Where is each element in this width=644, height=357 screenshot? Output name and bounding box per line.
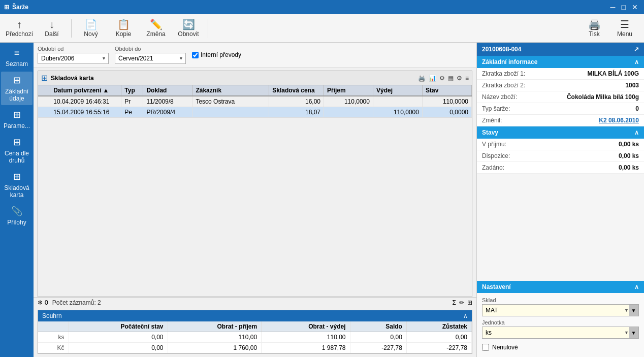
- toolbar-separator-1: [71, 19, 72, 38]
- sidebar-item-prilohy[interactable]: 📎 Přílohy: [1, 203, 33, 229]
- prilohy-icon: 📎: [11, 206, 22, 217]
- minimize-button[interactable]: ─: [608, 3, 618, 11]
- sklad-label: Sklad: [482, 297, 639, 303]
- table-row[interactable]: 15.04.2009 16:55:16 Pe PR/2009/4 18,07 1…: [38, 107, 472, 118]
- new-icon: 📄: [85, 19, 98, 29]
- nenulove-row: Nenulové: [482, 342, 639, 353]
- table-header-bar: ⊞ Skladová karta 🖨️ 📊 ⚙ ▦ ⚙ ≡: [38, 71, 472, 85]
- cena-icon: ⊞: [13, 137, 21, 148]
- panel-section-zakladni-title: Základní informace: [482, 58, 537, 66]
- status-edit-icon[interactable]: ✏: [459, 299, 464, 306]
- row-datum: 15.04.2009 16:55:16: [50, 107, 121, 118]
- panel-section-stavy-header[interactable]: Stavy ∧: [477, 126, 644, 139]
- copy-button[interactable]: 📋 Kopie: [108, 16, 139, 41]
- sklad-select[interactable]: MAT: [482, 304, 639, 316]
- nenulove-checkbox[interactable]: [482, 344, 489, 351]
- sidebar-item-cena[interactable]: ⊞ Cena dle druhů: [1, 134, 33, 167]
- sidebar-item-skladova[interactable]: ⊞ Skladová karta: [1, 168, 33, 202]
- sidebar-item-seznam[interactable]: ≡ Seznam: [1, 45, 33, 71]
- filter-bar: Období od Duben/2006 Období do Červen/20…: [34, 43, 476, 68]
- title-bar: ⊞ Šarže ─ □ ✕: [0, 0, 644, 14]
- next-button[interactable]: ↓ Další: [37, 16, 67, 41]
- summary-header[interactable]: Souhrn ∧: [38, 310, 472, 321]
- summary-col-pocatecni: Počáteční stav: [69, 321, 168, 332]
- col-header-vydej[interactable]: Výdej: [373, 85, 422, 96]
- col-header-prijem[interactable]: Příjem: [324, 85, 373, 96]
- panel-row-dispozice: Dispozice: 0,00 ks: [477, 150, 644, 162]
- table-bar-icon[interactable]: ▦: [448, 75, 454, 82]
- change-button[interactable]: ✏️ Změna: [141, 16, 171, 41]
- status-grid-icon[interactable]: ⊞: [467, 299, 472, 306]
- table-print-icon[interactable]: 🖨️: [418, 75, 426, 82]
- panel-section-nastaveni-title: Nastavení: [482, 283, 511, 290]
- status-sum-icon[interactable]: Σ: [453, 299, 456, 306]
- nazev-label: Název zboží:: [482, 93, 517, 101]
- summary-zustatek-kc: -227,78: [406, 343, 471, 353]
- col-header-typ[interactable]: Typ: [121, 85, 143, 96]
- maximize-button[interactable]: □: [620, 3, 628, 11]
- status-filter-icon[interactable]: ❄: [38, 299, 43, 306]
- panel-section-zakladni-header[interactable]: Základní informace ∧: [477, 56, 644, 68]
- table-settings2-icon[interactable]: ⚙: [439, 75, 445, 82]
- summary-header-row: Počáteční stav Obrat - příjem Obrat - vý…: [38, 321, 472, 332]
- jednotka-label: Jednotka: [482, 319, 639, 326]
- status-bar: ❄ 0 Počet záznamů: 2 Σ ✏ ⊞: [34, 297, 476, 308]
- panel-section-nastaveni-header[interactable]: Nastavení ∧: [477, 281, 644, 293]
- interni-prevody-text: Interní převody: [201, 51, 241, 58]
- status-records-text: Počet záznamů: 2: [52, 299, 101, 306]
- table-menu-icon[interactable]: ≡: [465, 75, 469, 82]
- jednotka-select[interactable]: ks: [482, 327, 639, 339]
- row-doklad: 11/2009/8: [143, 96, 192, 107]
- close-button[interactable]: ✕: [630, 3, 640, 11]
- refresh-button[interactable]: 🔄 Obnovit: [173, 16, 204, 41]
- copy-label: Kopie: [116, 30, 132, 38]
- table-gear-icon[interactable]: ⚙: [457, 75, 462, 82]
- parame-icon: ⊞: [13, 109, 21, 120]
- summary-unit-ks: ks: [38, 332, 69, 343]
- summary-zustatek-ks: 0,00: [406, 332, 471, 343]
- col-header-stav[interactable]: Stav: [422, 85, 471, 96]
- sklad-dropdown-btn[interactable]: ▼: [629, 304, 639, 316]
- summary-pocatecni-ks: 0,00: [69, 332, 168, 343]
- new-label: Nový: [84, 30, 98, 38]
- col-header-cena[interactable]: Skladová cena: [269, 85, 324, 96]
- col-header-zakaznik[interactable]: Zákazník: [192, 85, 269, 96]
- vprijmu-value: 0,00 ks: [619, 141, 639, 148]
- table-row[interactable]: 10.04.2009 16:46:31 Pr 11/2009/8 Tesco O…: [38, 96, 472, 107]
- sidebar-label-zakladni: Základní údaje: [2, 88, 31, 102]
- period-to-group: Období do Červen/2021: [115, 46, 186, 64]
- interni-prevody-checkbox[interactable]: [192, 52, 199, 58]
- refresh-icon: 🔄: [182, 19, 195, 29]
- zkratka2-value: 1003: [625, 82, 639, 89]
- summary-section: Souhrn ∧ Počáteční stav Obrat - příjem O…: [38, 310, 472, 354]
- summary-saldo-ks: 0,00: [350, 332, 406, 343]
- panel-row-zkratka1: Zkratka zboží 1: MILKA BÍLÁ 100G: [477, 68, 644, 80]
- panel-title-bar: 20100608-004 ↗: [477, 43, 644, 56]
- panel-section-stavy-title: Stavy: [482, 129, 498, 136]
- jednotka-select-wrapper: ks ▼: [482, 327, 639, 339]
- col-header-doklad[interactable]: Doklad: [143, 85, 192, 96]
- sidebar-label-prilohy: Přílohy: [7, 219, 26, 226]
- right-panel: 20100608-004 ↗ Základní informace ∧ Zkra…: [476, 43, 644, 357]
- data-table: Datum potvrzení ▲ Typ Doklad Zákazník Sk…: [38, 85, 472, 118]
- col-header-datum[interactable]: Datum potvrzení ▲: [50, 85, 121, 96]
- change-label: Změna: [146, 30, 165, 38]
- period-to-select[interactable]: Červen/2021: [115, 53, 186, 64]
- status-icons: ❄ 0: [38, 299, 48, 306]
- sidebar-item-parame[interactable]: ⊞ Parame...: [1, 106, 33, 133]
- menu-button[interactable]: ☰ Menu: [609, 16, 640, 41]
- summary-collapse-icon: ∧: [463, 312, 468, 319]
- nenulove-label: Nenulové: [492, 344, 518, 351]
- table-chart-icon[interactable]: 📊: [429, 75, 436, 82]
- jednotka-dropdown-btn[interactable]: ▼: [629, 327, 639, 339]
- sidebar-item-zakladni[interactable]: ⊞ Základní údaje: [1, 72, 33, 105]
- new-button[interactable]: 📄 Nový: [76, 16, 106, 41]
- zmenil-value[interactable]: K2 08.06.2010: [599, 117, 639, 124]
- external-link-icon[interactable]: ↗: [634, 46, 639, 53]
- table-section: ⊞ Skladová karta 🖨️ 📊 ⚙ ▦ ⚙ ≡ Datum: [38, 71, 472, 297]
- print-button[interactable]: 🖨️ Tisk: [579, 16, 609, 41]
- prev-button[interactable]: ↑ Předchozí: [4, 16, 35, 41]
- zmenil-label: Změnil:: [482, 117, 502, 124]
- interni-prevody-label[interactable]: Interní převody: [192, 51, 241, 58]
- period-from-select[interactable]: Duben/2006: [38, 53, 109, 64]
